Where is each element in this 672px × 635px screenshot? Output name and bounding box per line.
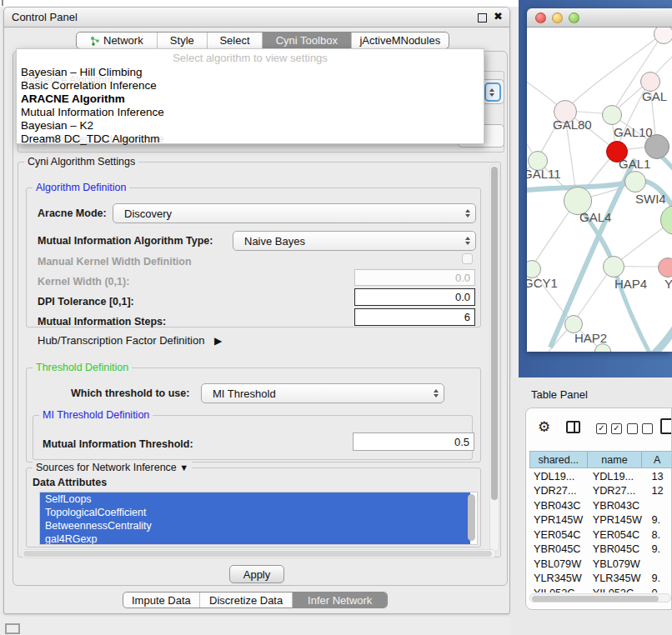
node-label-hap2: HAP2 — [574, 331, 607, 345]
mi-type-combobox[interactable]: Naive Bayes — [233, 231, 476, 251]
table-row[interactable]: YER054CYER054C8. — [529, 528, 672, 542]
dropdown-item-aracne[interactable]: ARACNE Algorithm — [17, 92, 484, 106]
settings-hscrollbar-thumb[interactable] — [23, 551, 492, 557]
tab-infer-network-label: Infer Network — [308, 594, 372, 607]
algorithm-dropdown-popup: Inference Algorithm galFiltered.sif defa… — [16, 48, 484, 144]
table-header-row: shared... name A — [529, 451, 672, 468]
checked-box-icon: ✓ — [611, 423, 622, 434]
table-row[interactable]: YBL079WYBL079W — [529, 557, 672, 572]
expand-down-icon[interactable]: ▼ — [179, 462, 188, 472]
network-node-y[interactable] — [658, 258, 672, 278]
settings-scrollbar[interactable] — [489, 164, 499, 552]
kernel-width-field[interactable]: 0.0 — [354, 269, 475, 286]
settings-scrollbar-thumb[interactable] — [491, 167, 498, 500]
tab-network[interactable]: Network — [77, 32, 158, 48]
mac-close-icon[interactable] — [535, 12, 546, 23]
dock-handle-icon[interactable] — [5, 623, 20, 634]
which-threshold-label: Which threshold to use: — [71, 388, 189, 399]
select-all-icon[interactable]: ✓ ✓ — [596, 423, 622, 434]
list-item-selfloops[interactable]: SelfLoops — [40, 492, 470, 506]
checked-box-icon: ✓ — [596, 423, 607, 434]
dropdown-item-basic-correlation[interactable]: Basic Correlation Inference — [17, 79, 484, 92]
file-icon[interactable] — [660, 418, 672, 434]
gear-icon[interactable]: ⚙ — [538, 418, 550, 436]
tab-style[interactable]: Style — [158, 32, 208, 48]
tab-cyni-toolbox[interactable]: Cyni Toolbox — [263, 32, 352, 48]
table-card: ⚙ ✓ ✓ shared... name A YDL19...YDL19... — [525, 408, 672, 610]
float-window-icon[interactable] — [478, 13, 487, 22]
mi-steps-label: Mutual Information Steps: — [38, 316, 166, 328]
list-item-topologicalcoefficient[interactable]: TopologicalCoefficient — [40, 506, 470, 519]
dpi-tolerance-label: DPI Tolerance [0,1]: — [38, 296, 134, 308]
close-icon[interactable]: ✖ — [494, 10, 503, 22]
dropdown-item-mutual-information[interactable]: Mutual Information Inference — [17, 106, 484, 119]
table-row[interactable]: YIL052CYIL052C0. — [529, 586, 672, 592]
settings-hscrollbar[interactable] — [21, 549, 496, 558]
kernel-width-value: 0.0 — [455, 272, 470, 284]
mi-threshold-label: Mutual Information Threshold: — [43, 438, 193, 450]
node-label-hap4: HAP4 — [614, 277, 647, 291]
occluded-combo-spinner[interactable] — [484, 82, 501, 102]
control-panel-title: Control Panel — [12, 11, 78, 23]
control-panel-titlebar[interactable]: Control Panel ✖ — [4, 8, 509, 28]
table-row[interactable]: YDR27...YDR27...12 — [529, 484, 672, 499]
tab-select[interactable]: Select — [208, 32, 263, 48]
column-header-shared-name[interactable]: shared... — [530, 452, 588, 468]
mi-threshold-title: MI Threshold Definition — [39, 409, 153, 421]
cyni-algorithm-settings-title: Cyni Algorithm Settings — [24, 156, 138, 168]
node-label-gal: GAL — [642, 89, 667, 103]
table-hscrollbar-thumb[interactable] — [532, 596, 659, 602]
collapse-right-icon[interactable]: ▶ — [214, 335, 222, 347]
tab-jactivemnodules[interactable]: jActiveMNodules — [352, 32, 449, 48]
list-scrollbar-thumb[interactable] — [468, 494, 475, 541]
list-item-gal4rgexp[interactable]: gal4RGexp — [40, 532, 470, 545]
tab-impute-data[interactable]: Impute Data — [123, 592, 200, 608]
table-row[interactable]: YPR145WYPR145W9. — [529, 513, 672, 528]
dropdown-placeholder: Select algorithm to view settings — [17, 52, 484, 64]
which-threshold-combobox[interactable]: MI Threshold — [201, 383, 444, 403]
table-row[interactable]: YLR345WYLR345W9. — [529, 572, 672, 587]
table-row[interactable]: YBR045CYBR045C9. — [529, 542, 672, 558]
aracne-mode-value: Discovery — [113, 208, 172, 220]
tab-cyni-toolbox-label: Cyni Toolbox — [276, 34, 338, 47]
tab-discretize-data[interactable]: Discretize Data — [200, 592, 293, 608]
network-node-gal10[interactable] — [602, 105, 622, 125]
manual-kernel-checkbox[interactable] — [462, 253, 473, 264]
hub-definition-toggle[interactable]: Hub/Transcription Factor Definition ▶ — [38, 334, 222, 347]
apply-button[interactable]: Apply — [229, 565, 284, 583]
table-row[interactable]: YBR043CYBR043C — [529, 498, 672, 513]
column-header-name[interactable]: name — [588, 452, 643, 468]
sources-title-wrap: Sources for Network Inference ▼ — [33, 462, 192, 473]
aracne-mode-combobox[interactable]: Discovery — [113, 203, 476, 223]
network-node-swi4[interactable] — [624, 171, 646, 192]
dropdown-item-bayesian-k2[interactable]: Bayesian – K2 — [17, 119, 484, 132]
mac-minimize-icon[interactable] — [552, 12, 563, 23]
table-body: YDL19...YDL19...13 YDR27...YDR27...12 YB… — [529, 469, 672, 592]
network-canvas[interactable]: GAL GAL80 GAL10 GAL1 GAL11 SWI4 GAL4 GCY… — [527, 28, 672, 352]
deselect-all-icon[interactable] — [627, 423, 653, 434]
network-node[interactable] — [654, 28, 672, 44]
mi-steps-value: 6 — [464, 311, 470, 323]
node-label-y: Y — [664, 277, 672, 291]
sources-title: Sources for Network Inference — [36, 462, 177, 473]
dropdown-item-dream8[interactable]: Dream8 DC_TDC Algorithm — [17, 132, 484, 146]
columns-icon[interactable] — [566, 421, 580, 433]
unchecked-box-icon — [627, 423, 638, 434]
mi-threshold-field[interactable]: 0.5 — [353, 432, 474, 451]
gear-glyph: ⚙ — [538, 419, 550, 435]
aracne-mode-label: Aracne Mode: — [38, 208, 107, 219]
top-strip-mark — [2, 0, 3, 6]
mac-zoom-icon[interactable] — [569, 12, 579, 23]
list-item-betweennesscentrality[interactable]: BetweennessCentrality — [40, 519, 470, 532]
algorithm-definition-title: Algorithm Definition — [33, 182, 129, 193]
dpi-tolerance-field[interactable]: 0.0 — [354, 288, 475, 306]
network-view-window: GAL GAL80 GAL10 GAL1 GAL11 SWI4 GAL4 GCY… — [527, 8, 672, 352]
mi-steps-field[interactable]: 6 — [354, 308, 475, 326]
network-node-hap4[interactable] — [603, 256, 624, 278]
dropdown-item-bayesian-hill-climbing[interactable]: Bayesian – Hill Climbing — [17, 66, 484, 79]
tab-infer-network[interactable]: Infer Network — [293, 592, 387, 608]
network-window-titlebar[interactable] — [527, 8, 672, 28]
column-header-a[interactable]: A — [642, 452, 672, 468]
table-hscrollbar[interactable] — [529, 593, 671, 602]
table-row[interactable]: YDL19...YDL19...13 — [529, 469, 672, 484]
